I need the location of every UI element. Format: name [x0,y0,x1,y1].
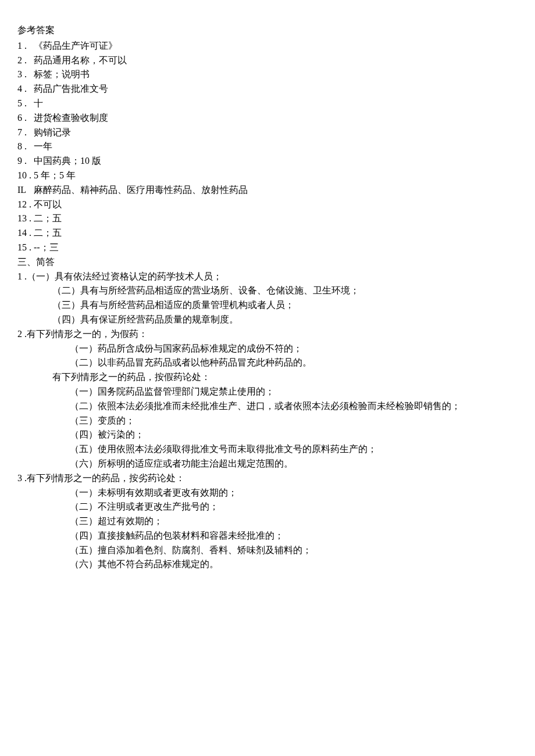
answer-row: 10 .5 年；5 年 [17,169,535,183]
q1-d: （四）具有保证所经营药品质量的规章制度。 [17,313,535,327]
answer-num: 2 . [17,53,34,68]
q1-line1: 1 . （一）具有依法经过资格认定的药学技术人员； [17,270,535,284]
answer-num: 7 . [17,126,34,140]
answer-row: 7 .购销记录 [17,126,535,140]
answer-text: 《药品生产许可证》 [34,39,117,53]
q2-h: （六）所标明的适应症或者功能主治超出规定范围的。 [17,457,535,471]
q3-d: （四）直接接触药品的包装材料和容器未经批准的； [17,529,535,543]
answer-text: 二；五 [34,212,62,226]
answer-num: 13 . [17,212,34,226]
q2-line1: 2 . 有下列情形之一的，为假药： [17,327,535,342]
answer-row: 8 .一年 [17,139,535,154]
answer-text: 药品广告批准文号 [34,82,108,96]
q1-a: （一）具有依法经过资格认定的药学技术人员； [27,270,222,284]
answer-text: 购销记录 [34,126,71,140]
answer-num: 8 . [17,139,34,154]
answer-row: 14 .二；五 [17,226,535,241]
answer-text: 进货检查验收制度 [34,111,108,126]
answer-row: IL 麻醉药品、精神药品、医疗用毒性药品、放射性药品 [17,183,535,198]
answer-text: 中国药典；10 版 [34,154,101,169]
answer-text: 二；五 [34,226,62,241]
q2-a: （一）药品所含成份与国家药品标准规定的成份不符的； [17,342,535,356]
q1-num: 1 . [17,270,27,284]
q3-line1: 3 . 有下列情形之一的药品，按劣药论处： [17,471,535,486]
answer-text: 十 [34,96,43,111]
answer-num: 12 . [17,198,34,212]
answer-row: 1 .《药品生产许可证》 [17,39,535,53]
answer-num: 15 . [17,241,34,255]
answer-row: 5 .十 [17,96,535,111]
q3-c: （三）超过有效期的； [17,514,535,529]
q1-b: （二）具有与所经营药品相适应的营业场所、设备、仓储设施、卫生环境； [17,284,535,298]
answer-row: 3 .标签；说明书 [17,67,535,82]
q3-num: 3 . [17,471,27,486]
answer-text: --；三 [34,241,59,255]
q2-d: （二）依照本法必须批准而未经批准生产、进口，或者依照本法必须检验而未经检验即销售… [17,399,535,414]
q2-f: （四）被污染的； [17,428,535,442]
q2-c: （一）国务院药品监督管理部门规定禁止使用的； [17,385,535,399]
q2-e: （三）变质的； [17,414,535,428]
answer-text: 麻醉药品、精神药品、医疗用毒性药品、放射性药品 [34,183,248,198]
answer-num: 3 . [17,67,34,82]
q3-lead: 有下列情形之一的药品，按劣药论处： [27,471,185,486]
answer-row: 4 .药品广告批准文号 [17,82,535,96]
answer-row: 12 .不可以 [17,198,535,212]
q3-f: （六）其他不符合药品标准规定的。 [17,557,535,572]
answer-num: 5 . [17,96,34,111]
answer-num: 14 . [17,226,34,241]
q2-g: （五）使用依照本法必须取得批准文号而未取得批准文号的原料药生产的； [17,442,535,457]
q3-a: （一）未标明有效期或者更改有效期的； [17,486,535,500]
answer-text: 5 年；5 年 [34,169,76,183]
q1-c: （三）具有与所经营药品相适应的质量管理机构或者人员； [17,298,535,313]
answer-text: 不可以 [34,198,62,212]
q2-b: （二）以非药品冒充药品或者以他种药品冒充此种药品的。 [17,356,535,370]
q3-b: （二）不注明或者更改生产批号的； [17,500,535,514]
answer-row: 2 .药品通用名称，不可以 [17,53,535,68]
answer-text: 一年 [34,139,52,154]
answers-heading: 参考答案 [17,23,535,38]
section-3-heading: 三、简答 [17,255,535,270]
answer-row: 15 .--；三 [17,241,535,255]
q2-mid: 有下列情形之一的药品，按假药论处： [17,370,535,385]
q2-lead: 有下列情形之一的，为假药： [27,327,148,342]
answer-num: 6 . [17,111,34,126]
answer-num: 4 . [17,82,34,96]
answer-row: 6 .进货检查验收制度 [17,111,535,126]
answer-text: 药品通用名称，不可以 [34,53,127,68]
answer-num: 9 . [17,154,34,169]
answers-list: 1 .《药品生产许可证》2 .药品通用名称，不可以3 .标签；说明书4 .药品广… [17,39,535,255]
q2-num: 2 . [17,327,27,342]
answer-row: 9 .中国药典；10 版 [17,154,535,169]
answer-num: 1 . [17,39,34,53]
answer-text: 标签；说明书 [34,67,90,82]
q3-e: （五）擅自添加着色剂、防腐剂、香料、矫味剂及辅料的； [17,543,535,558]
answer-num: IL [17,183,34,198]
answer-num: 10 . [17,169,34,183]
answer-row: 13 .二；五 [17,212,535,226]
